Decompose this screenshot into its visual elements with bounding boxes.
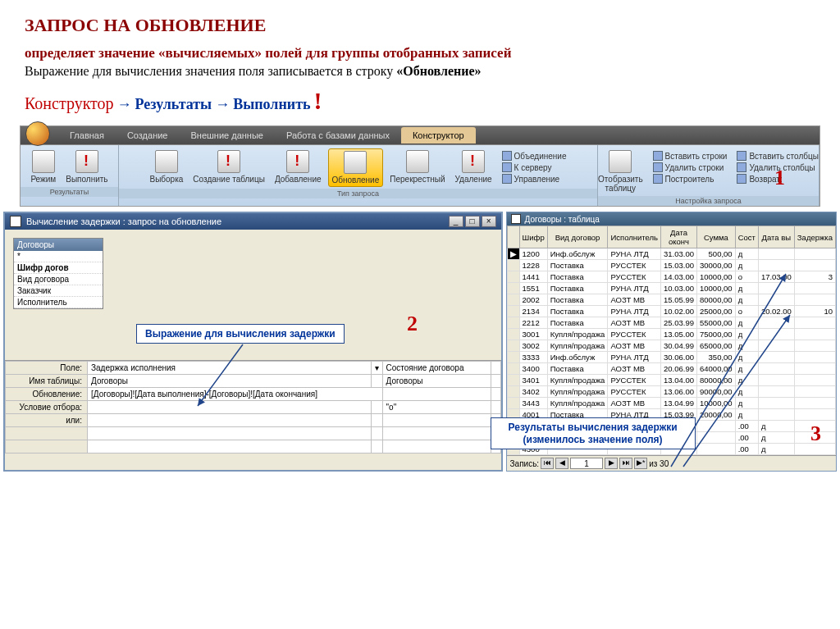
append-button[interactable]: Добавление xyxy=(272,148,325,187)
union-button[interactable]: Объединение xyxy=(502,150,567,162)
callout-results: Результаты вычисления задержки (изменило… xyxy=(491,417,696,449)
field-item[interactable]: Заказчик xyxy=(14,285,103,297)
mode-button[interactable]: Режим xyxy=(27,148,59,185)
table-row[interactable]: 3002Купля/продажаАОЗТ МВ30.04.9965000,00… xyxy=(507,340,835,352)
nav-new-button[interactable]: ▶* xyxy=(634,458,647,469)
group-querytype-label: Тип запроса xyxy=(119,189,597,198)
table-row[interactable]: 3443Купля/продажаАОЗТ МВ13.04.9910000,00… xyxy=(507,398,835,409)
field-item[interactable]: Вид договора xyxy=(14,274,103,285)
nav-prev-button[interactable]: ◀ xyxy=(555,458,568,469)
ribbon-tab[interactable]: Внешние данные xyxy=(180,127,275,144)
crosstab-button[interactable]: Перекрестный xyxy=(386,148,448,187)
insert-rows-button[interactable]: Вставить строки xyxy=(653,150,728,162)
select-query-button[interactable]: Выборка xyxy=(146,148,186,187)
group-results-label: Результаты xyxy=(21,187,118,197)
marker-1: 1 xyxy=(774,166,785,190)
workflow: Конструктор → Результаты → Выполнить ! xyxy=(25,87,815,115)
field-item[interactable]: * xyxy=(14,251,103,262)
show-table-button[interactable]: Отобразить таблицу xyxy=(595,148,646,194)
query-design-grid[interactable]: Поле: Задержка исполнения ▾ Состояние до… xyxy=(5,361,501,454)
subtitle-red: определяет значение «вычисляемых» полей … xyxy=(25,44,815,62)
table-row[interactable]: 3400ПоставкаАОЗТ МВ20.06.9964000,00д xyxy=(507,363,835,375)
datasheet-titlebar: Договоры : таблица xyxy=(507,212,836,226)
record-navigator: Запись: ⏮ ◀ ▶ ⏭ ▶* из 30 xyxy=(507,455,836,471)
ribbon-tab[interactable]: Главная xyxy=(58,127,116,144)
nav-record-input[interactable] xyxy=(570,458,603,469)
table-row[interactable]: 2212ПоставкаАОЗТ МВ25.03.9955000,00д xyxy=(507,317,835,329)
slide-title: ЗАПРОС НА ОБНОВЛЕНИЕ xyxy=(25,15,815,36)
query-titlebar: Вычисление задержки : запрос на обновлен… xyxy=(5,213,501,230)
close-button[interactable]: × xyxy=(482,216,496,227)
query-icon xyxy=(10,216,21,227)
table-row[interactable]: 3401Купля/продажаРУССТЕК13.04.0080000,00… xyxy=(507,375,835,386)
datasheet-window: Договоры : таблица ШифрВид договорИсполн… xyxy=(506,212,837,472)
query-design-window: Вычисление задержки : запрос на обновлен… xyxy=(3,212,503,472)
table-field-list[interactable]: Договоры * Шифр догов Вид договора Заказ… xyxy=(13,238,103,309)
builder-button[interactable]: Построитель xyxy=(653,173,728,185)
callout-expression: Выражение для вычисления задержки xyxy=(136,324,345,344)
table-row[interactable]: 3333Инф.обслужРУНА ЛТД30.06.00350,00д xyxy=(507,352,835,363)
make-table-button[interactable]: Создание таблицы xyxy=(189,148,268,187)
ribbon: ГлавнаяСозданиеВнешние данныеРабота с ба… xyxy=(20,125,820,207)
nav-next-button[interactable]: ▶ xyxy=(605,458,618,469)
maximize-button[interactable]: □ xyxy=(465,216,480,227)
insert-cols-button[interactable]: Вставить столбцы xyxy=(737,150,818,162)
table-row[interactable]: 2002ПоставкаАОЗТ МВ15.05.9980000,00д xyxy=(507,294,835,306)
delete-button[interactable]: Удаление xyxy=(452,148,495,187)
table-row[interactable]: ▶1200Инф.обслужРУНА ЛТД31.03.00500,00д xyxy=(507,248,835,260)
table-row[interactable]: 1441ПоставкаРУССТЕК14.03.0010000,00о17.0… xyxy=(507,271,835,283)
passthrough-button[interactable]: К серверу xyxy=(502,162,567,173)
nav-first-button[interactable]: ⏮ xyxy=(541,458,554,469)
data-definition-button[interactable]: Управление xyxy=(502,173,567,185)
marker-2: 2 xyxy=(407,312,418,336)
delete-rows-button[interactable]: Удалить строки xyxy=(653,162,728,173)
table-row[interactable]: 3001Купля/продажаРУССТЕК13.05.0075000,00… xyxy=(507,329,835,340)
table-row[interactable]: 1228ПоставкаРУССТЕК15.03.0030000,00д xyxy=(507,260,835,271)
ribbon-tab[interactable]: Работа с базами данных xyxy=(275,127,401,144)
run-button[interactable]: Выполнить xyxy=(62,148,111,185)
subtitle-black: Выражение для вычисления значения поля з… xyxy=(25,64,815,79)
nav-last-button[interactable]: ⏭ xyxy=(619,458,632,469)
table-row[interactable]: 1551ПоставкаРУНА ЛТД10.03.0010000,00д xyxy=(507,283,835,294)
field-item[interactable]: Шифр догов xyxy=(14,262,103,274)
update-button[interactable]: Обновление xyxy=(328,148,384,187)
ribbon-tab[interactable]: Создание xyxy=(116,127,180,144)
table-row[interactable]: 3402Купля/продажаРУССТЕК13.06.0090000,00… xyxy=(507,386,835,398)
group-setup-label: Настройка запроса xyxy=(598,196,819,206)
minimize-button[interactable]: _ xyxy=(449,216,463,227)
office-orb[interactable] xyxy=(25,121,50,146)
marker-3: 3 xyxy=(810,422,821,446)
table-row[interactable]: 2134ПоставкаРУНА ЛТД10.02.0025000,00о20.… xyxy=(507,306,835,317)
ribbon-tab[interactable]: Конструктор xyxy=(401,127,476,144)
field-item[interactable]: Исполнитель xyxy=(14,297,103,308)
table-icon xyxy=(511,214,521,224)
